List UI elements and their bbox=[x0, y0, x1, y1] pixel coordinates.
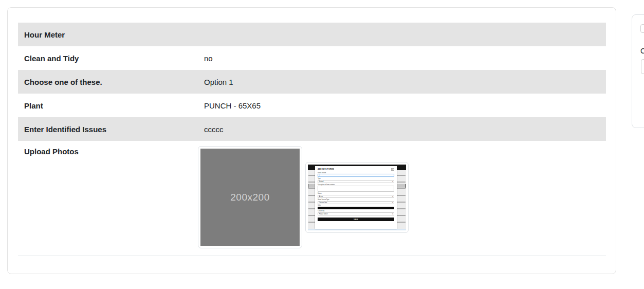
select-value: Active bbox=[319, 195, 323, 197]
uploaded-photos-list: 200x200 ADD WHS FORMS x bbox=[198, 141, 606, 248]
table-row-clean-and-tidy: Clean and Tidy no bbox=[18, 46, 606, 70]
mini-field-label: Created by bbox=[318, 210, 394, 212]
row-value: PUNCH - 65X65 bbox=[198, 95, 606, 116]
row-label: Upload Photos bbox=[18, 141, 198, 162]
chevron-down-icon: ▾ bbox=[392, 213, 393, 215]
chevron-down-icon: ▾ bbox=[392, 195, 393, 197]
row-label: Plant bbox=[18, 95, 198, 116]
row-value bbox=[198, 28, 606, 41]
select-value: Printed bbox=[319, 180, 324, 183]
mini-field-label: Type bbox=[318, 178, 394, 179]
photo-thumbnail-screenshot[interactable]: ADD WHS FORMS x Name of form | Type bbox=[305, 162, 409, 233]
side-panel-card: C bbox=[632, 14, 644, 128]
mini-modal-add-whs-forms: ADD WHS FORMS x Name of form | Type bbox=[315, 166, 397, 229]
mini-type-select: Printed ▾ bbox=[318, 180, 394, 183]
placeholder-image: 200x200 bbox=[200, 149, 300, 246]
mini-source-type-select: Choose One ▾ bbox=[318, 201, 394, 204]
inspection-detail-card: Hour Meter Clean and Tidy no Choose one … bbox=[7, 7, 616, 274]
side-panel-label: C bbox=[640, 47, 644, 55]
select-value: Choose One bbox=[319, 202, 327, 204]
row-label: Enter Identified Issues bbox=[18, 119, 198, 140]
photo-thumbnail-placeholder[interactable]: 200x200 bbox=[198, 146, 302, 248]
side-panel-input[interactable] bbox=[641, 59, 644, 74]
row-label: Clean and Tidy bbox=[18, 48, 198, 69]
table-row-choose-one: Choose one of these. Option 1 bbox=[18, 70, 606, 94]
table-row-hour-meter: Hour Meter bbox=[18, 23, 606, 46]
row-value: ccccc bbox=[198, 119, 606, 140]
mini-created-by-select: Please Select ▾ bbox=[318, 212, 394, 215]
select-value: Please Select bbox=[319, 213, 328, 215]
screenshot-image: ADD WHS FORMS x Name of form | Type bbox=[308, 165, 406, 230]
mini-field-label: Show Source/Type bbox=[318, 199, 394, 201]
mini-field-label: Color bbox=[318, 205, 394, 206]
text-cursor: | bbox=[319, 174, 320, 176]
row-value: Option 1 bbox=[198, 71, 606, 93]
table-row-identified-issues: Enter Identified Issues ccccc bbox=[18, 117, 606, 141]
placeholder-image-text: 200x200 bbox=[230, 192, 269, 203]
row-value: no bbox=[198, 48, 606, 69]
row-label: Choose one of these. bbox=[18, 71, 198, 93]
mini-name-input: | bbox=[318, 174, 394, 177]
mini-description-textarea bbox=[318, 186, 394, 192]
detail-table: Hour Meter Clean and Tidy no Choose one … bbox=[18, 23, 606, 256]
mini-field-label: Description of form contents bbox=[318, 184, 394, 186]
mini-status-select: Active ▾ bbox=[318, 195, 394, 198]
screenshot-bottom-strip bbox=[308, 229, 406, 230]
chevron-down-icon: ▾ bbox=[392, 180, 393, 183]
mini-modal-title: ADD WHS FORMS bbox=[318, 168, 334, 170]
chevron-down-icon: ▾ bbox=[392, 202, 393, 204]
mini-field-label: Status bbox=[318, 193, 394, 194]
table-row-upload-photos: Upload Photos 200x200 bbox=[18, 141, 606, 256]
row-label: Hour Meter bbox=[18, 24, 198, 45]
close-icon: x bbox=[391, 168, 394, 171]
mini-field-label: Name of form bbox=[318, 172, 394, 174]
side-panel-button[interactable] bbox=[640, 24, 644, 33]
table-row-plant: Plant PUNCH - 65X65 bbox=[18, 94, 606, 117]
mini-color-picker bbox=[318, 207, 394, 209]
mini-save-button: SAVE bbox=[318, 218, 394, 221]
